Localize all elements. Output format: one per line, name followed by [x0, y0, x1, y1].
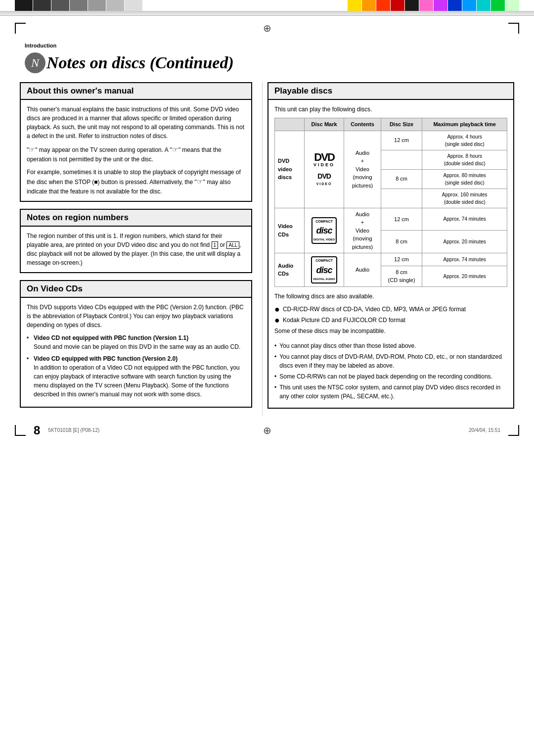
pbc-v1-item: Video CD not equipped with PBC function …: [27, 333, 245, 351]
disc-table: Disc Mark Contents Disc Size Maximum pla…: [274, 118, 507, 287]
color-block-r9: [462, 0, 476, 11]
color-block-r5: [405, 0, 419, 11]
vcd-8cm-size: 8 cm: [381, 231, 422, 253]
page-title-area: N Notes on discs (Continued): [0, 48, 534, 82]
th-empty: [275, 118, 305, 131]
bottom-left-corner: [15, 425, 26, 436]
dvd-8cm-time1: Approx. 80 minutes(single sided disc): [422, 169, 507, 189]
dvd-8cm-time2: Approx. 160 minutes(double sided disc): [422, 189, 507, 208]
page-title: Notes on discs (Continued): [46, 53, 234, 72]
vcd-label: VideoCDs: [275, 208, 305, 253]
following-disc-1: ● CD-R/CD-RW discs of CD-DA, Video CD, M…: [274, 305, 507, 314]
about-manual-content: This owner's manual explains the basic i…: [21, 100, 251, 201]
th-disc-mark: Disc Mark: [305, 118, 344, 131]
on-video-cds-section: On Video CDs This DVD supports Video CDs…: [20, 280, 252, 408]
dvd-row-12cm: DVDvideodiscs DVD VIDEO DVD VIDEO: [275, 131, 507, 150]
note-4: • This unit uses the NTSC color system, …: [274, 383, 507, 401]
video-cds-intro: This DVD supports Video CDs equipped wit…: [27, 303, 245, 330]
color-block-r3: [376, 0, 390, 11]
playable-discs-section: Playable discs This unit can play the fo…: [267, 82, 514, 409]
vcd-contents: Audio+Video(movingpictures): [344, 208, 381, 253]
note-4-text: This unit uses the NTSC color system, an…: [279, 383, 507, 401]
dvd-12cm-size: 12 cm: [381, 131, 422, 150]
acd-row-12cm: AudioCDs COMPACT disc DIGITAL AUDIO Audi…: [275, 253, 507, 266]
on-video-cds-title: On Video CDs: [21, 281, 251, 298]
acd-8cm-time: Approx. 20 minutes: [422, 266, 507, 286]
color-block-6: [106, 0, 124, 11]
note-bullet-2: •: [274, 352, 276, 361]
disc-text-a: disc: [313, 264, 335, 277]
color-block-4: [70, 0, 88, 11]
dvd-logo: DVD VIDEO: [308, 152, 341, 167]
vcd-row-12cm: VideoCDs COMPACT disc DIGITAL VIDEO Audi…: [275, 208, 507, 231]
top-frame: ⊕: [0, 16, 534, 41]
right-column: Playable discs This unit can play the fo…: [262, 82, 514, 416]
color-block-r8: [448, 0, 462, 11]
color-block-r1: [348, 0, 361, 11]
about-manual-section: About this owner's manual This owner's m…: [20, 82, 252, 202]
dvd-logo-small: DVD VIDEO: [308, 171, 341, 187]
acd-12cm-time: Approx. 74 minutes: [422, 253, 507, 266]
color-block-2: [33, 0, 51, 11]
about-para3: For example, sometimes it is unable to s…: [27, 168, 245, 196]
acd-label: AudioCDs: [275, 253, 305, 287]
acd-12cm-size: 12 cm: [381, 253, 422, 266]
th-contents: Contents: [344, 118, 381, 131]
th-max-playback: Maximum playback time: [422, 118, 507, 131]
following-discs-header: The following discs are also available.: [274, 292, 507, 301]
following-disc-2-text: Kodak Picture CD and FUJICOLOR CD format: [283, 316, 405, 325]
on-video-cds-content: This DVD supports Video CDs equipped wit…: [21, 298, 251, 407]
page-number: 8: [34, 424, 40, 437]
note-3: • Some CD-R/RWs can not be played back d…: [274, 372, 507, 381]
bottom-frame: 8 5KT0101B [E] (P08-12) ⊕ 20/4/04, 15:51: [0, 416, 534, 445]
left-column: About this owner's manual This owner's m…: [20, 82, 262, 416]
title-bubble: N: [25, 52, 45, 73]
dvd-8cm-size: 8 cm: [381, 169, 422, 189]
region-numbers-title: Notes on region numbers: [21, 210, 251, 227]
about-para1: This owner's manual explains the basic i…: [27, 105, 245, 141]
playable-discs-content: This unit can play the following discs. …: [268, 100, 513, 408]
digital-audio-text: DIGITAL AUDIO: [313, 277, 335, 282]
acd-logo: COMPACT disc DIGITAL AUDIO: [311, 256, 337, 284]
pbc-v2-item: Video CD equipped with PBC function (Ver…: [27, 354, 245, 399]
note-1: • You cannot play discs other than those…: [274, 341, 507, 350]
about-manual-title: About this owner's manual: [21, 83, 251, 100]
acd-8cm-size: 8 cm(CD single): [381, 266, 422, 286]
dvd-contents: Audio+Video(movingpictures): [344, 131, 381, 208]
vcd-12cm-size: 12 cm: [381, 208, 422, 231]
following-discs: The following discs are also available. …: [274, 292, 507, 335]
bottom-notes: • You cannot play discs other than those…: [274, 341, 507, 401]
playable-discs-title: Playable discs: [268, 83, 513, 100]
note-bullet-4: •: [274, 383, 276, 392]
note-2: • You cannot play discs of DVD-RAM, DVD-…: [274, 352, 507, 370]
compact-text-a: COMPACT: [313, 258, 335, 264]
color-block-r12: [505, 0, 519, 11]
vcd-logo: COMPACT disc DIGITAL VIDEO: [312, 217, 337, 244]
color-block-r11: [491, 0, 505, 11]
region-numbers-content: The region number of this unit is 1. If …: [21, 227, 251, 272]
about-para2: "☞" may appear on the TV screen during o…: [27, 144, 245, 164]
color-block-3: [51, 0, 69, 11]
playable-intro: This unit can play the following discs.: [274, 105, 507, 114]
disc-dot-1: ●: [274, 305, 280, 314]
pbc-v1-title: Video CD not equipped with PBC function …: [34, 334, 188, 341]
pbc-v1-text: Sound and movie can be played on this DV…: [34, 343, 240, 350]
top-crosshair: ⊕: [263, 22, 271, 34]
dvd-8cm-size2: [381, 189, 422, 208]
gradient-bar: [0, 11, 534, 16]
following-disc-1-text: CD-R/CD-RW discs of CD-DA, Video CD, MP3…: [283, 305, 466, 314]
section-label: Introduction: [0, 41, 534, 48]
bottom-crosshair: ⊕: [263, 425, 271, 436]
digital-video-text: DIGITAL VIDEO: [313, 237, 335, 242]
vcd-mark: COMPACT disc DIGITAL VIDEO: [305, 208, 344, 253]
top-right-corner: [508, 23, 519, 34]
color-block-r10: [477, 0, 490, 11]
disc-dot-2: ●: [274, 316, 280, 325]
acd-mark: COMPACT disc DIGITAL AUDIO: [305, 253, 344, 287]
bottom-right: 20/4/04, 15:51: [469, 425, 519, 436]
note-2-text: You cannot play discs of DVD-RAM, DVD-RO…: [279, 352, 507, 370]
region-para1: The region number of this unit is 1. If …: [27, 232, 245, 267]
note-1-text: You cannot play discs other than those l…: [279, 341, 416, 350]
incompatible-note: Some of these discs may be incompatible.: [274, 327, 507, 335]
acd-contents: Audio: [344, 253, 381, 287]
